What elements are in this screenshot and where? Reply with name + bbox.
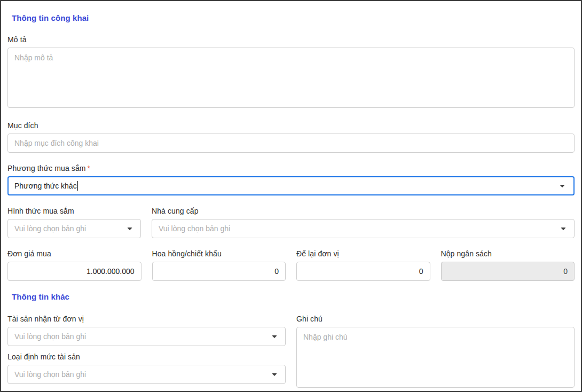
- description-textarea[interactable]: [7, 48, 575, 108]
- purpose-label: Mục đích: [7, 121, 575, 130]
- retained-by-unit-label: Để lại đơn vị: [296, 249, 430, 258]
- asset-received-label: Tài sản nhận từ đơn vị: [7, 315, 286, 323]
- asset-received-dropdown[interactable]: [7, 327, 286, 346]
- amounts-row: Đơn giá mua Hoa hồng/chiết khấu Để lại đ…: [7, 249, 575, 281]
- other-info-left-column: Tài sản nhận từ đơn vị Loại định mức tài…: [7, 315, 286, 392]
- purpose-group: Mục đích: [7, 121, 575, 153]
- unit-price-label: Đơn giá mua: [7, 249, 141, 258]
- text-cursor: [77, 181, 78, 191]
- required-asterisk: *: [88, 164, 91, 173]
- description-label: Mô tả: [7, 35, 575, 44]
- caret-down-icon: [560, 185, 565, 187]
- other-info-row: Tài sản nhận từ đơn vị Loại định mức tài…: [7, 315, 575, 392]
- budget-payment-group: Nộp ngân sách: [441, 249, 575, 281]
- asset-received-input[interactable]: [7, 327, 286, 346]
- purchase-method-label: Phương thức mua sắm*: [7, 164, 575, 173]
- purchase-form-label: Hình thức mua sắm: [7, 207, 141, 215]
- purchase-method-group: Phương thức mua sắm* Phương thức khác: [7, 164, 575, 195]
- budget-payment-label: Nộp ngân sách: [441, 249, 575, 258]
- unit-price-group: Đơn giá mua: [7, 249, 141, 281]
- asset-norm-type-dropdown[interactable]: [7, 365, 286, 384]
- purchase-form-input[interactable]: [7, 219, 141, 238]
- purchase-form-supplier-row: Hình thức mua sắm Nhà cung cấp: [7, 207, 575, 238]
- purchase-method-label-text: Phương thức mua sắm: [7, 164, 86, 173]
- supplier-label: Nhà cung cấp: [152, 207, 575, 215]
- asset-norm-type-label: Loại định mức tài sản: [7, 352, 286, 361]
- note-label: Ghi chú: [296, 315, 575, 323]
- purchase-method-combobox[interactable]: Phương thức khác: [7, 176, 575, 195]
- form-window: Thông tin công khai Mô tả Mục đích Phươn…: [0, 0, 582, 392]
- section-title-public-info: Thông tin công khai: [12, 13, 575, 22]
- purchase-form-group: Hình thức mua sắm: [7, 207, 141, 238]
- commission-input[interactable]: [152, 262, 286, 281]
- budget-payment-input: [441, 262, 575, 281]
- asset-received-group: Tài sản nhận từ đơn vị: [7, 315, 286, 346]
- purchase-form-dropdown[interactable]: [7, 219, 141, 238]
- note-group: Ghi chú: [296, 315, 575, 390]
- note-textarea[interactable]: [296, 327, 575, 388]
- other-info-right-column: Ghi chú: [296, 315, 575, 392]
- purchase-method-value: Phương thức khác: [14, 182, 77, 190]
- commission-label: Hoa hồng/chiết khấu: [152, 249, 286, 258]
- asset-norm-type-group: Loại định mức tài sản: [7, 352, 286, 384]
- supplier-group: Nhà cung cấp: [152, 207, 575, 238]
- commission-group: Hoa hồng/chiết khấu: [152, 249, 286, 281]
- purpose-input[interactable]: [7, 134, 575, 153]
- supplier-dropdown[interactable]: [152, 219, 575, 238]
- unit-price-input[interactable]: [7, 262, 141, 281]
- asset-norm-type-input[interactable]: [7, 365, 286, 384]
- description-group: Mô tả: [7, 35, 575, 110]
- section-title-other-info: Thông tin khác: [12, 292, 575, 301]
- retained-by-unit-group: Để lại đơn vị: [296, 249, 430, 281]
- retained-by-unit-input[interactable]: [296, 262, 430, 281]
- supplier-input[interactable]: [152, 219, 575, 238]
